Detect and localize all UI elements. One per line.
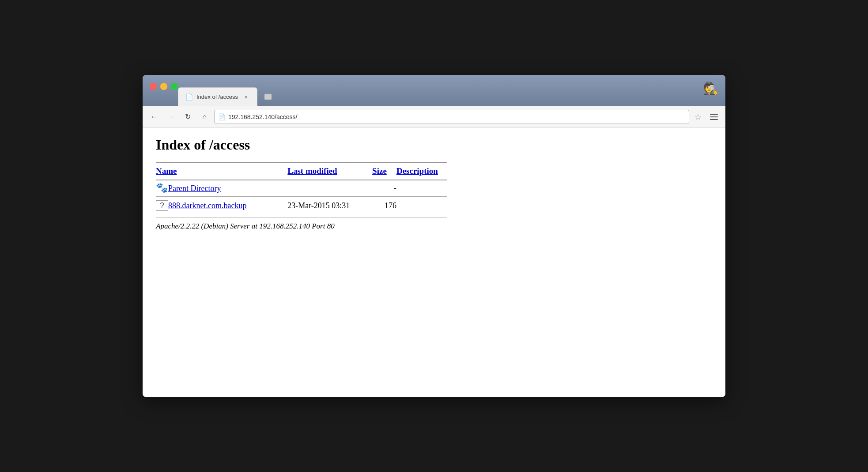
size-cell: 176 [372, 198, 396, 214]
server-footer: Apache/2.2.22 (Debian) Server at 192.168… [156, 222, 712, 231]
title-bar: 📄 Index of /access × 🕵️ [143, 75, 725, 106]
minimize-button[interactable] [160, 83, 167, 90]
close-button[interactable] [150, 83, 157, 90]
maximize-button[interactable] [171, 83, 178, 90]
directory-table: Name Last modified Size Description 🐾Par… [156, 162, 447, 214]
file-icon: ? [156, 200, 168, 211]
table-header-row: Name Last modified Size Description [156, 162, 447, 180]
navigation-bar: ← → ↻ ⌂ 📄 ☆ [143, 106, 725, 128]
col-header-size: Size [372, 162, 396, 180]
new-tab-button[interactable] [259, 91, 277, 106]
back-button[interactable]: ← [147, 110, 161, 124]
tab-close-button[interactable]: × [242, 93, 250, 101]
modified-cell: 23-Mar-2015 03:31 [287, 198, 372, 214]
col-header-modified: Last modified [287, 162, 372, 180]
active-tab[interactable]: 📄 Index of /access × [178, 87, 257, 106]
svg-rect-0 [264, 94, 272, 100]
file-link[interactable]: 888.darknet.com.backup [168, 201, 246, 210]
footer-separator [156, 217, 447, 217]
forward-button[interactable]: → [164, 110, 178, 124]
tab-title: Index of /access [196, 94, 238, 100]
sort-by-description-link[interactable]: Description [396, 166, 438, 176]
page-title: Index of /access [156, 137, 712, 153]
address-bar[interactable]: 📄 [214, 110, 689, 124]
sort-by-size-link[interactable]: Size [372, 166, 387, 176]
name-cell: 🐾Parent Directory [156, 180, 287, 195]
table-row: ?888.darknet.com.backup23-Mar-2015 03:31… [156, 198, 447, 214]
browser-window: 📄 Index of /access × 🕵️ ← → ↻ ⌂ 📄 ☆ [143, 75, 725, 397]
parent-dir-icon: 🐾 [156, 182, 168, 194]
home-button[interactable]: ⌂ [197, 110, 211, 124]
reload-button[interactable]: ↻ [181, 110, 195, 124]
name-cell: ?888.darknet.com.backup [156, 198, 287, 214]
modified-cell [287, 180, 372, 195]
bookmark-button[interactable]: ☆ [692, 111, 704, 123]
description-cell [396, 198, 447, 214]
tabs-area: 📄 Index of /access × [178, 75, 277, 106]
window-controls [150, 83, 178, 90]
col-header-description: Description [396, 162, 447, 180]
parent-directory-link[interactable]: Parent Directory [168, 184, 221, 193]
sort-by-modified-link[interactable]: Last modified [287, 166, 337, 176]
page-content: Index of /access Name Last modified Size… [143, 128, 725, 397]
size-cell: - [372, 180, 396, 195]
tab-page-icon: 📄 [185, 94, 193, 101]
address-input[interactable] [228, 113, 685, 120]
col-header-name: Name [156, 162, 287, 180]
page-security-icon: 📄 [218, 113, 226, 120]
spy-extension-icon: 🕵️ [703, 81, 718, 96]
description-cell [396, 180, 447, 195]
table-row: 🐾Parent Directory- [156, 180, 447, 195]
menu-button[interactable] [707, 110, 721, 124]
sort-by-name-link[interactable]: Name [156, 166, 177, 176]
